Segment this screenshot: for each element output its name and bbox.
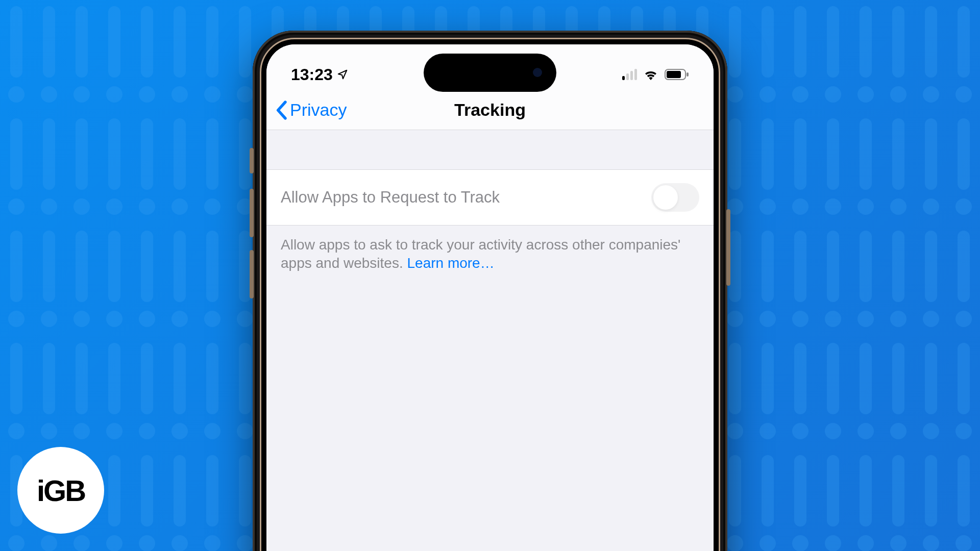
learn-more-link[interactable]: Learn more… xyxy=(407,255,495,271)
dynamic-island xyxy=(424,54,556,92)
watermark-text: iGB xyxy=(37,473,85,508)
tracking-setting-label: Allow Apps to Request to Track xyxy=(281,188,500,207)
status-right xyxy=(622,69,689,80)
watermark-badge: iGB xyxy=(17,447,104,534)
silent-switch xyxy=(250,148,254,173)
page-title: Tracking xyxy=(454,100,526,120)
phone-bezel: 13:23 xyxy=(260,38,720,551)
status-time: 13:23 xyxy=(291,65,333,84)
volume-down-button xyxy=(250,250,254,298)
battery-icon xyxy=(665,69,689,80)
tracking-setting-row: Allow Apps to Request to Track xyxy=(266,170,714,226)
location-icon xyxy=(337,69,348,80)
wifi-icon xyxy=(643,69,658,80)
tracking-description: Allow apps to ask to track your activity… xyxy=(266,226,714,283)
back-button[interactable]: Privacy xyxy=(275,100,347,120)
svg-rect-5 xyxy=(687,72,689,77)
phone-screen: 13:23 xyxy=(266,44,714,551)
camera-dot xyxy=(533,68,542,77)
back-label: Privacy xyxy=(290,100,347,120)
tracking-toggle[interactable] xyxy=(651,183,699,212)
power-button xyxy=(726,209,730,286)
status-left: 13:23 xyxy=(291,65,348,84)
phone-frame: 13:23 xyxy=(253,31,727,551)
chevron-left-icon xyxy=(275,101,288,120)
svg-rect-4 xyxy=(667,71,681,78)
nav-bar: Privacy Tracking xyxy=(266,90,714,130)
content-spacer xyxy=(266,130,714,170)
cellular-signal-icon xyxy=(622,69,637,80)
volume-up-button xyxy=(250,189,254,237)
toggle-knob xyxy=(653,185,678,210)
